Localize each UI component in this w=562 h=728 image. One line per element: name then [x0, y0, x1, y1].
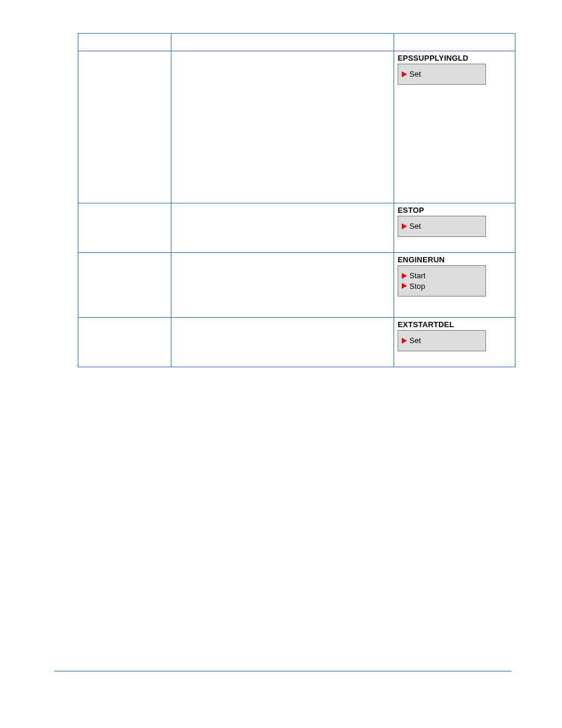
block-item[interactable]: Set	[402, 335, 481, 346]
cell-param	[78, 253, 171, 318]
cell-block: ENGINERUN Start Stop	[394, 253, 515, 318]
table-row: EXTSTARTDEL Set	[78, 318, 515, 367]
block-item[interactable]: Set	[402, 221, 481, 232]
triangle-icon	[402, 283, 407, 289]
triangle-icon	[402, 273, 407, 279]
triangle-icon	[402, 71, 407, 77]
block-title: EXTSTARTDEL	[398, 320, 511, 329]
block-panel-estop: Set	[398, 216, 486, 237]
block-item[interactable]: Set	[402, 69, 481, 80]
block-item-label: Stop	[409, 281, 425, 292]
footer-divider	[54, 671, 511, 671]
table-row: EPSSUPPLYINGLD Set	[78, 51, 515, 203]
cell-param	[78, 203, 171, 253]
cell-desc	[171, 318, 394, 367]
cell-block: EPSSUPPLYINGLD Set	[394, 51, 515, 203]
block-item[interactable]: Stop	[402, 281, 481, 292]
cell-desc	[171, 253, 394, 318]
block-item-label: Set	[409, 221, 421, 232]
block-item[interactable]: Start	[402, 271, 481, 281]
block-panel-epssupplyingld: Set	[398, 64, 486, 85]
table-header-row	[78, 34, 515, 51]
header-cell	[171, 34, 394, 51]
block-item-label: Set	[409, 69, 421, 80]
cell-desc	[171, 203, 394, 253]
header-cell	[78, 34, 171, 51]
block-title: ENGINERUN	[398, 255, 511, 264]
header-cell	[394, 34, 515, 51]
cell-block: EXTSTARTDEL Set	[394, 318, 515, 367]
block-item-label: Start	[409, 271, 425, 281]
triangle-icon	[402, 223, 407, 229]
page: EPSSUPPLYINGLD Set ESTOP	[0, 0, 562, 367]
table-row: ENGINERUN Start Stop	[78, 253, 515, 318]
block-panel-enginerun: Start Stop	[398, 265, 486, 297]
cell-param	[78, 318, 171, 367]
block-panel-extstartdel: Set	[398, 330, 486, 351]
block-item-label: Set	[409, 335, 421, 346]
block-title: ESTOP	[398, 206, 511, 215]
cell-desc	[171, 51, 394, 203]
block-title: EPSSUPPLYINGLD	[398, 54, 511, 62]
parameter-table: EPSSUPPLYINGLD Set ESTOP	[78, 33, 515, 367]
triangle-icon	[402, 338, 407, 344]
cell-param	[78, 51, 171, 203]
cell-block: ESTOP Set	[394, 203, 515, 253]
table-row: ESTOP Set	[78, 203, 515, 253]
